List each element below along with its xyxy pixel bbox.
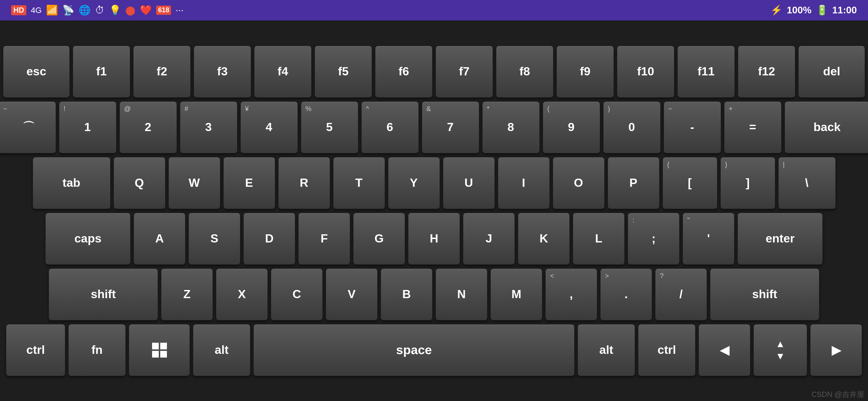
key-f9[interactable]: f9 (556, 46, 614, 98)
key-3[interactable]: # 3 (180, 101, 237, 153)
time-display: 11:00 (832, 4, 857, 16)
key-backspace[interactable]: back (785, 101, 868, 153)
key-a[interactable]: A (134, 213, 185, 265)
key-caps[interactable]: caps (45, 213, 131, 265)
key-4[interactable]: ¥ 4 (240, 101, 298, 153)
arrow-up-down-icon: ▲ ▼ (776, 338, 785, 362)
key-f5[interactable]: f5 (315, 46, 372, 98)
hd-icon: HD (11, 5, 26, 15)
key-arrow-left[interactable]: ◀ (698, 324, 750, 376)
key-f2[interactable]: f2 (133, 46, 191, 98)
zxcv-row: shift Z X C V B N M < , > . ? / shift (6, 268, 862, 320)
key-c[interactable]: C (271, 268, 323, 320)
key-0[interactable]: ) 0 (603, 101, 661, 153)
key-t[interactable]: T (333, 157, 385, 209)
key-f4[interactable]: f4 (254, 46, 312, 98)
key-9[interactable]: ( 9 (543, 101, 600, 153)
key-j[interactable]: J (463, 213, 515, 265)
key-z[interactable]: Z (161, 268, 213, 320)
key-enter[interactable]: enter (737, 213, 823, 265)
key-i[interactable]: I (498, 157, 550, 209)
key-ctrl-right[interactable]: ctrl (638, 324, 696, 376)
key-arrow-right[interactable]: ▶ (810, 324, 862, 376)
key-k[interactable]: K (518, 213, 570, 265)
key-backslash[interactable]: | \ (778, 157, 836, 209)
wifi-icon: 📡 (62, 4, 74, 16)
key-space[interactable]: space (253, 324, 575, 376)
key-del[interactable]: del (798, 46, 865, 98)
key-o[interactable]: O (553, 157, 605, 209)
key-w[interactable]: W (168, 157, 220, 209)
key-alt-left[interactable]: alt (193, 324, 250, 376)
key-equal[interactable]: + = (724, 101, 782, 153)
key-esc[interactable]: esc (3, 46, 70, 98)
key-tilde[interactable]: ~ ⌒ (0, 101, 56, 153)
key-2[interactable]: @ 2 (119, 101, 177, 153)
key-y[interactable]: Y (388, 157, 440, 209)
bluetooth-icon: ⚡ (770, 4, 782, 16)
key-quote[interactable]: " ' (683, 213, 734, 265)
key-f11[interactable]: f11 (677, 46, 735, 98)
key-slash[interactable]: ? / (655, 268, 707, 320)
key-f6[interactable]: f6 (375, 46, 433, 98)
618-icon: 618 (156, 6, 171, 15)
key-rbracket[interactable]: } ] (720, 157, 775, 209)
status-bar: HD 4G 📶 📡 🌐 ⏱ 💡 ⬤ ❤️ 618 ··· ⚡ 100% 🔋 11… (0, 0, 868, 20)
function-row: esc f1 f2 f3 f4 f5 f6 f7 f8 f9 f10 f11 f… (6, 46, 862, 98)
key-shift-left[interactable]: shift (49, 268, 158, 320)
key-p[interactable]: P (608, 157, 660, 209)
key-6[interactable]: ^ 6 (361, 101, 419, 153)
key-r[interactable]: R (278, 157, 330, 209)
key-f12[interactable]: f12 (738, 46, 795, 98)
key-f3[interactable]: f3 (194, 46, 251, 98)
key-h[interactable]: H (408, 213, 460, 265)
key-arrow-up-down[interactable]: ▲ ▼ (753, 324, 807, 376)
key-1[interactable]: ! 1 (59, 101, 116, 153)
key-f7[interactable]: f7 (435, 46, 493, 98)
key-x[interactable]: X (216, 268, 268, 320)
key-v[interactable]: V (326, 268, 378, 320)
key-g[interactable]: G (353, 213, 405, 265)
key-l[interactable]: L (573, 213, 625, 265)
key-win[interactable] (129, 324, 190, 376)
key-shift-right[interactable]: shift (710, 268, 819, 320)
key-u[interactable]: U (443, 157, 495, 209)
key-d[interactable]: D (243, 213, 295, 265)
key-alt-right[interactable]: alt (578, 324, 635, 376)
key-period[interactable]: > . (600, 268, 652, 320)
key-b[interactable]: B (381, 268, 433, 320)
signal-icon: 📶 (46, 4, 58, 16)
bulb-icon: 💡 (109, 4, 121, 16)
more-icon: ··· (175, 4, 184, 16)
key-5[interactable]: % 5 (301, 101, 358, 153)
asdf-row: caps A S D F G H J K L : ; " ' enter (6, 213, 862, 265)
key-e[interactable]: E (223, 157, 275, 209)
qwerty-row: tab Q W E R T Y U I O P { [ } ] | \ (6, 157, 862, 209)
key-f[interactable]: F (298, 213, 350, 265)
4g-icon: 4G (31, 6, 42, 15)
heart-icon: ❤️ (140, 4, 152, 16)
key-n[interactable]: N (435, 268, 487, 320)
key-fn[interactable]: fn (68, 324, 126, 376)
status-right: ⚡ 100% 🔋 11:00 (770, 4, 857, 16)
key-f8[interactable]: f8 (496, 46, 553, 98)
key-lbracket[interactable]: { [ (662, 157, 717, 209)
key-8[interactable]: * 8 (482, 101, 540, 153)
battery-icon: 🔋 (816, 4, 828, 16)
key-s[interactable]: S (188, 213, 240, 265)
key-tab[interactable]: tab (33, 157, 111, 209)
bottom-row: ctrl fn alt space alt ctrl ◀ ▲ ▼ ▶ (6, 324, 862, 376)
key-ctrl-left[interactable]: ctrl (6, 324, 65, 376)
key-semicolon[interactable]: : ; (628, 213, 680, 265)
red-dot-icon: ⬤ (125, 5, 135, 16)
windows-icon (152, 343, 167, 358)
key-f1[interactable]: f1 (73, 46, 130, 98)
world-icon: 🌐 (79, 4, 91, 16)
key-minus[interactable]: − - (664, 101, 721, 153)
key-7[interactable]: & 7 (422, 101, 479, 153)
key-f10[interactable]: f10 (617, 46, 674, 98)
watermark: CSDN @吉井屋 (811, 389, 864, 400)
key-comma[interactable]: < , (545, 268, 597, 320)
key-m[interactable]: M (490, 268, 542, 320)
key-q[interactable]: Q (114, 157, 165, 209)
